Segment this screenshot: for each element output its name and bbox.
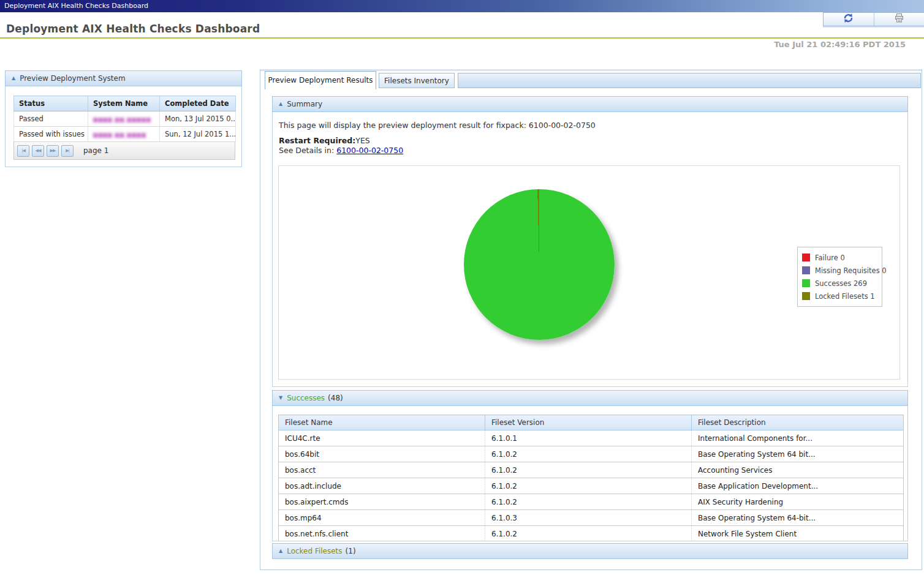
col-completed-date: Completed Date [160, 96, 236, 111]
legend-item-locked-filesets: Locked Filesets 1 [802, 290, 879, 303]
successes-swatch [802, 279, 810, 287]
table-row: ICU4C.rte 6.1.0.1 International Componen… [279, 430, 904, 446]
table-row: Passed with issues ▆▆▆▆ ▆▆ ▆▆▆▆ Sun, 12 … [14, 127, 236, 142]
status-cell: Passed [14, 111, 88, 127]
restart-required-line: Restart Required:YES [279, 136, 370, 145]
fixpack-details-link[interactable]: 6100-00-02-0750 [336, 146, 403, 155]
pie-chart [464, 189, 615, 340]
completed-date-cell: Sun, 12 Jul 2015 1... [160, 127, 236, 142]
locked-filesets-count: (1) [346, 547, 356, 555]
successes-title: Successes [287, 394, 325, 402]
prev-page-button[interactable]: ◀◀ [32, 145, 44, 157]
col-fileset-version: Fileset Version [485, 415, 692, 430]
successes-body: Fileset Name Fileset Version Fileset Des… [272, 406, 908, 541]
legend-item-failure: Failure 0 [802, 251, 879, 264]
collapse-icon: ▲ [12, 76, 15, 81]
col-fileset-description: Fileset Description [692, 415, 904, 430]
deployment-systems-table: Status System Name Completed Date Passed… [13, 96, 236, 142]
page-title: Deployment AIX Health Checks Dashboard [6, 23, 260, 35]
collapse-icon: ▲ [279, 549, 282, 554]
table-row: bos.aixpert.cmds 6.1.0.2 AIX Security Ha… [279, 494, 904, 510]
successes-count: (48) [328, 394, 343, 402]
summary-panel: ▲ Summary This page will display the pre… [272, 96, 908, 387]
refresh-icon [843, 13, 854, 26]
table-row: Passed ▆▆▆▆ ▆▆ ▆▆▆▆▆ Mon, 13 Jul 2015 0.… [14, 111, 236, 127]
table-row: bos.acct 6.1.0.2 Accounting Services [279, 462, 904, 478]
see-details-label: See Details in: [279, 146, 334, 155]
tabbar-filler [458, 73, 921, 88]
header-toolbar [823, 12, 924, 26]
last-page-button[interactable]: ▶| [61, 145, 74, 157]
page-indicator: page 1 [83, 146, 108, 155]
successes-panel: ▼ Successes (48) Fileset Name Fileset Ve… [272, 390, 908, 541]
failure-swatch [802, 254, 810, 261]
title-divider [0, 37, 924, 39]
completed-date-cell: Mon, 13 Jul 2015 0... [160, 111, 236, 127]
locked-filesets-swatch [802, 292, 810, 300]
system-name-link[interactable]: ▆▆▆▆ ▆▆ ▆▆▆▆▆ [93, 116, 151, 122]
preview-deployment-system-body: Status System Name Completed Date Passed… [5, 86, 242, 167]
tab-filesets-inventory[interactable]: Filesets Inventory [379, 73, 455, 88]
preview-deployment-system-panel: ▲ Preview Deployment System Status Syste… [5, 70, 242, 167]
table-row: bos.adt.include 6.1.0.2 Base Application… [279, 478, 904, 494]
legend-item-missing-requisites: Missing Requisites 0 [802, 264, 879, 277]
preview-deployment-system-header[interactable]: ▲ Preview Deployment System [5, 70, 242, 86]
system-name-link[interactable]: ▆▆▆▆ ▆▆ ▆▆▆▆ [93, 132, 146, 138]
see-details-line: See Details in:6100-00-02-0750 [279, 146, 403, 155]
col-system-name: System Name [88, 96, 160, 111]
summary-title: Summary [287, 100, 322, 108]
restart-required-label: Restart Required: [279, 136, 355, 145]
next-page-button[interactable]: ▶▶ [47, 145, 59, 157]
table-header-row: Status System Name Completed Date [14, 96, 236, 111]
locked-filesets-panel: ▲ Locked Filesets (1) [272, 543, 908, 559]
collapse-icon: ▲ [279, 102, 282, 107]
refresh-button[interactable] [824, 13, 874, 26]
preview-deployment-system-title: Preview Deployment System [20, 74, 126, 83]
deployment-result-chart: Failure 0 Missing Requisites 0 Successes… [278, 165, 900, 380]
summary-description: This page will display the preview deplo… [279, 121, 596, 130]
tab-preview-deployment-results[interactable]: Preview Deployment Results [265, 71, 376, 89]
table-row: bos.net.nfs.client 6.1.0.2 Network File … [279, 526, 904, 542]
summary-body: This page will display the preview deplo… [272, 112, 908, 387]
window-titlebar: Deployment AIX Health Checks Dashboard [0, 0, 924, 12]
filesets-table: Fileset Name Fileset Version Fileset Des… [278, 415, 904, 541]
successes-header[interactable]: ▼ Successes (48) [272, 390, 908, 406]
print-button[interactable] [874, 13, 924, 26]
first-page-button[interactable]: |◀ [17, 145, 29, 157]
table-row: bos.mp64 6.1.0.3 Base Operating System 6… [279, 510, 904, 526]
expand-icon: ▼ [279, 396, 282, 400]
table-header-row: Fileset Name Fileset Version Fileset Des… [279, 415, 904, 430]
legend-item-successes: Successes 269 [802, 277, 879, 290]
main-content: Preview Deployment Results Filesets Inve… [260, 69, 922, 570]
pagination-bar: |◀ ◀◀ ▶▶ ▶| page 1 [13, 142, 235, 160]
col-fileset-name: Fileset Name [279, 415, 485, 430]
status-cell: Passed with issues [14, 127, 88, 142]
chart-legend: Failure 0 Missing Requisites 0 Successes… [797, 247, 882, 307]
locked-filesets-title: Locked Filesets [287, 547, 342, 555]
timestamp: Tue Jul 21 02:49:16 PDT 2015 [774, 40, 906, 49]
restart-required-value: YES [355, 136, 369, 145]
table-row: bos.64bit 6.1.0.2 Base Operating System … [279, 446, 904, 462]
locked-filesets-header[interactable]: ▲ Locked Filesets (1) [272, 543, 908, 559]
missing-requisites-swatch [802, 266, 810, 274]
summary-header[interactable]: ▲ Summary [272, 96, 908, 112]
col-status: Status [14, 96, 88, 111]
print-icon [894, 13, 904, 25]
